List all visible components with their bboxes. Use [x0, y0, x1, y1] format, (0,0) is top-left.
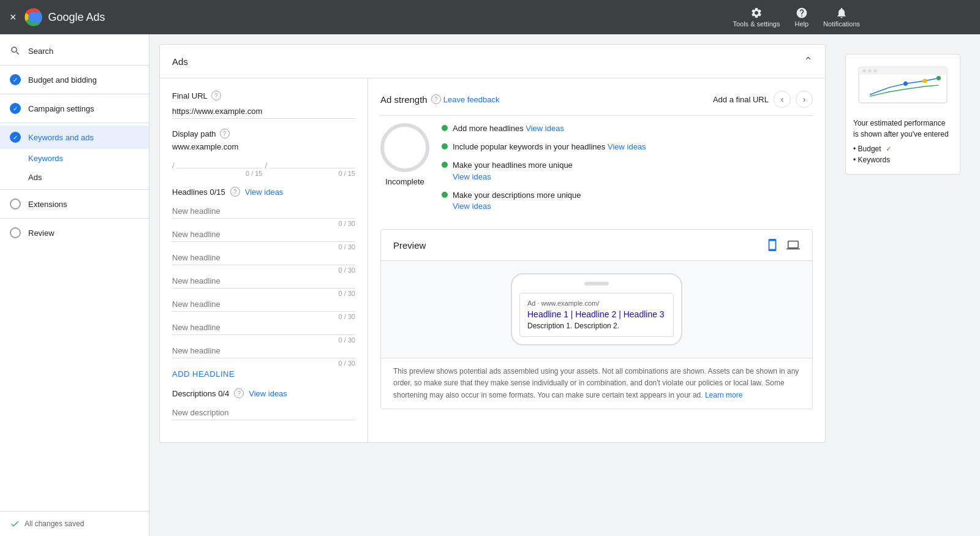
sidebar-extensions-label: Extensions: [28, 200, 67, 209]
strength-prev-button[interactable]: ‹: [774, 91, 791, 108]
sidebar-item-campaign-settings[interactable]: Campaign settings: [0, 97, 149, 120]
preview-device-icons: [766, 238, 800, 252]
slash-2: /: [265, 161, 268, 170]
form-panel: Final URL ? Display path ? www.example.: [160, 78, 368, 442]
headline-1-count: 0 / 30: [172, 220, 355, 227]
tools-settings-button[interactable]: Tools & settings: [733, 7, 780, 28]
preview-notice: This preview shows potential ads assembl…: [381, 358, 812, 409]
tip-4: Make your descriptions more unique View …: [442, 190, 813, 212]
search-icon: [10, 45, 21, 56]
headline-4-input[interactable]: [172, 274, 355, 289]
tip-3-dot: [442, 162, 448, 168]
google-icon: [24, 7, 43, 27]
preview-header: Preview: [381, 230, 812, 261]
sidebar-divider-3: [0, 123, 149, 123]
sidebar-item-keywords-ads[interactable]: Keywords and ads: [0, 126, 149, 149]
svg-point-2: [862, 69, 865, 72]
tip-4-link[interactable]: View ideas: [453, 202, 491, 211]
descriptions-view-ideas[interactable]: View ideas: [249, 389, 287, 398]
final-url-help-icon[interactable]: ?: [211, 91, 221, 100]
headline-1-input[interactable]: [172, 204, 355, 219]
help-button[interactable]: Help: [794, 7, 809, 28]
tip-2-text: Include popular keywords in your headlin…: [453, 142, 646, 153]
headline-6-input[interactable]: [172, 320, 355, 335]
tip-1-link[interactable]: View ideas: [526, 124, 564, 133]
sidebar-subitem-keywords[interactable]: Keywords: [0, 149, 149, 168]
headline-5-input[interactable]: [172, 297, 355, 312]
sidebar-divider-5: [0, 218, 149, 219]
sidebar-subitem-ads[interactable]: Ads: [0, 168, 149, 187]
ads-collapse-icon[interactable]: ⌃: [804, 55, 813, 68]
sidebar-item-extensions[interactable]: Extensions: [0, 192, 149, 216]
sidebar-keywords-ads-label: Keywords and ads: [28, 133, 94, 142]
display-path-input-2[interactable]: [270, 154, 355, 168]
sidebar: Search Budget and bidding Campaign setti…: [0, 34, 149, 536]
final-url-input[interactable]: [172, 104, 355, 119]
leave-feedback-button[interactable]: Leave feedback: [443, 95, 500, 104]
headlines-help-icon[interactable]: ?: [230, 187, 240, 197]
saved-icon: [10, 519, 20, 529]
tip-3-text: Make your headlines more unique View ide…: [453, 160, 573, 182]
performance-chart: Your estimated performance is shown afte…: [845, 54, 960, 175]
preview-title: Preview: [393, 240, 426, 251]
tip-3-link[interactable]: View ideas: [453, 172, 491, 181]
topbar-actions: Tools & settings Help Notifications: [733, 7, 970, 28]
ad-card-headline: Headline 1 | Headline 2 | Headline 3: [527, 309, 666, 319]
notifications-button[interactable]: Notifications: [823, 7, 860, 28]
headline-7-count: 0 / 30: [172, 360, 355, 367]
learn-more-link[interactable]: Learn more: [705, 391, 742, 399]
ads-section-title: Ads: [172, 56, 188, 67]
sidebar-footer: All changes saved: [0, 511, 149, 536]
headline-2-group: 0 / 30: [172, 227, 355, 251]
headline-4-group: 0 / 30: [172, 274, 355, 297]
performance-text: Your estimated performance is shown afte…: [853, 118, 952, 140]
add-headline-button[interactable]: ADD HEADLINE: [172, 369, 235, 379]
ad-strength-help-icon[interactable]: ?: [431, 94, 441, 104]
sidebar-item-review[interactable]: Review: [0, 221, 149, 244]
ad-card-description: Description 1. Description 2.: [527, 322, 666, 330]
app-title: Google Ads: [48, 11, 105, 24]
sidebar-divider-1: [0, 65, 149, 66]
description-1-input[interactable]: [172, 406, 355, 420]
ads-header: Ads ⌃: [160, 45, 825, 78]
logo-area: Google Ads: [24, 7, 105, 27]
headline-7-input[interactable]: [172, 344, 355, 358]
headline-7-group: 0 / 30: [172, 344, 355, 367]
display-path-help-icon[interactable]: ?: [220, 129, 230, 138]
right-sidebar: Your estimated performance is shown afte…: [835, 44, 970, 526]
headline-3-input[interactable]: [172, 251, 355, 265]
sidebar-item-search[interactable]: Search: [0, 39, 149, 62]
ads-body: Final URL ? Display path ? www.example.: [160, 78, 825, 442]
performance-item-keywords: • Keywords: [853, 156, 952, 164]
strength-circle: [380, 123, 429, 172]
tip-1: Add more headlines View ideas: [442, 123, 813, 134]
strength-status: Incomplete: [385, 177, 424, 186]
display-path-count-2: 0 / 15: [270, 170, 355, 177]
ad-strength-panel: Ad strength ? Leave feedback Add a final…: [368, 78, 825, 442]
ad-card: Ad · www.example.com/ Headline 1 | Headl…: [519, 293, 674, 337]
tip-2-link[interactable]: View ideas: [608, 142, 646, 151]
sidebar-item-budget-bidding[interactable]: Budget and bidding: [0, 68, 149, 91]
display-path-input-1[interactable]: [177, 154, 263, 168]
sidebar-review-label: Review: [28, 228, 55, 238]
strength-tips: Add more headlines View ideas Include po…: [442, 123, 813, 219]
ads-section: Ads ⌃ Final URL ?: [159, 44, 826, 443]
desktop-icon[interactable]: [786, 238, 800, 252]
descriptions-help-icon[interactable]: ?: [234, 388, 244, 398]
headline-2-input[interactable]: [172, 227, 355, 242]
performance-chart-svg: [853, 62, 952, 111]
final-url-group: Final URL ?: [172, 91, 355, 119]
headlines-view-ideas[interactable]: View ideas: [245, 187, 284, 197]
phone-notch: [584, 282, 609, 285]
svg-rect-1: [859, 67, 947, 75]
display-path-label: Display path ?: [172, 129, 355, 138]
headline-4-count: 0 / 30: [172, 290, 355, 297]
center-panel: Ads ⌃ Final URL ?: [159, 44, 826, 526]
headline-6-count: 0 / 30: [172, 336, 355, 344]
tools-settings-label: Tools & settings: [733, 20, 780, 28]
mobile-icon[interactable]: [766, 238, 779, 252]
strength-next-button[interactable]: ›: [796, 91, 813, 108]
tip-4-dot: [442, 192, 448, 198]
tip-1-text: Add more headlines View ideas: [453, 123, 564, 134]
close-button[interactable]: ×: [10, 11, 17, 24]
